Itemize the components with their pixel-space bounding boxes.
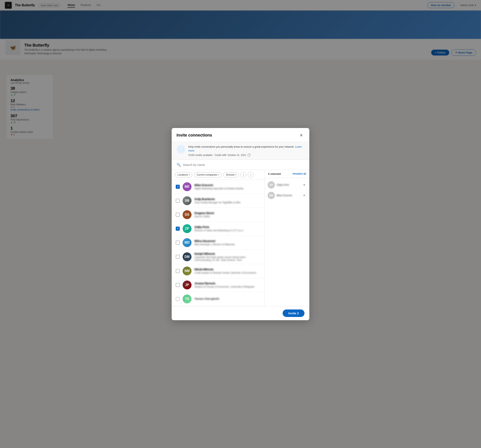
modal-footer: Invite 2 xyxy=(172,306,309,320)
list-item[interactable]: DS Dragana Skoric Dancer (1985) xyxy=(172,208,265,222)
person-name: Zeljka Peric xyxy=(194,225,261,229)
avatar: JP xyxy=(183,281,192,289)
checkbox-nikola[interactable] xyxy=(176,269,180,273)
list-item[interactable]: TS Tamara Starogbolic xyxy=(172,292,265,306)
credits-help-icon[interactable]: ? xyxy=(247,153,251,157)
list-item[interactable]: ZP Zeljka Peric Director of Sales and Ma… xyxy=(172,222,265,236)
person-name: Dragana Skoric xyxy=(194,212,261,215)
modal-left-panel: Locations ▾ Current companies ▾ Schools … xyxy=(172,170,265,306)
search-bar: 🔍 xyxy=(172,160,309,170)
locations-label: Locations xyxy=(178,173,188,176)
person-name: Milan Eracovic xyxy=(194,183,261,187)
checkbox-milan[interactable] xyxy=(176,185,180,189)
notice-envelope-icon: ✉️ xyxy=(177,145,185,154)
avatar: DS xyxy=(183,210,192,219)
locations-filter-chip[interactable]: Locations ▾ xyxy=(175,172,192,177)
notice-text: Only invite connections you personally k… xyxy=(188,145,304,153)
invite-button[interactable]: Invite 2 xyxy=(283,310,304,317)
person-name: Tamara Starogbolic xyxy=(194,297,261,300)
avatar: ZP xyxy=(183,224,192,233)
schools-filter-chip[interactable]: Schools ▾ xyxy=(223,172,239,177)
notice-banner: ✉️ Only invite connections you personall… xyxy=(172,142,309,160)
selected-item: ZP Zeljka Peric ✕ xyxy=(265,180,309,190)
unselect-all-button[interactable]: Unselect all xyxy=(293,172,306,175)
avatar: DM xyxy=(183,252,192,261)
locations-arrow-icon: ▾ xyxy=(189,174,190,176)
person-title: copywriter that helps geeks sound natura… xyxy=(194,256,261,261)
selected-item: ME Milan Eracovic ✕ xyxy=(265,190,309,201)
remove-milan-button[interactable]: ✕ xyxy=(302,193,307,198)
learn-more-link[interactable]: Learn more xyxy=(188,145,302,152)
modal-close-button[interactable]: ✕ xyxy=(298,132,304,138)
person-title: Dancer (1985) xyxy=(194,215,261,218)
person-name: Milica Dacarovic xyxy=(194,239,261,243)
checkbox-tamara[interactable] xyxy=(176,297,180,301)
invite-connections-modal: Invite connections ✕ ✉️ Only invite conn… xyxy=(172,128,309,320)
connection-list: ME Milan Eracovic Digital Marketing Spec… xyxy=(172,180,265,306)
avatar: ME xyxy=(183,182,192,191)
avatar: NM xyxy=(183,266,192,275)
modal-title: Invite connections xyxy=(177,133,212,137)
checkbox-jovana[interactable] xyxy=(176,283,180,287)
person-name: Nikola Mitrovic xyxy=(194,268,261,271)
selected-avatar: ME xyxy=(268,192,275,199)
selected-count: 2 selected xyxy=(268,172,281,175)
schools-arrow-icon: ▾ xyxy=(235,174,236,176)
avatar: MD xyxy=(183,238,192,247)
modal-body: Locations ▾ Current companies ▾ Schools … xyxy=(172,170,309,306)
list-item[interactable]: DM Danijel Milisevic copywriter that hel… xyxy=(172,250,265,264)
person-title: Director of Sales and Marketing at V.I.P… xyxy=(194,229,261,232)
list-item[interactable]: NM Nikola Mitrovic Credit analyst at Ste… xyxy=(172,264,265,278)
avatar: TS xyxy=(183,295,192,304)
selected-list: ZP Zeljka Peric ✕ ME Milan Eracovic ✕ xyxy=(265,178,309,306)
modal-overlay[interactable]: Invite connections ✕ ✉️ Only invite conn… xyxy=(0,0,481,448)
checkbox-milica[interactable] xyxy=(176,241,180,245)
person-name: Srdja Brankovic xyxy=(194,197,261,201)
search-input[interactable] xyxy=(183,163,304,167)
person-title: Area Facility Manager for FlightBBo at r… xyxy=(194,201,261,204)
filter-bar: Locations ▾ Current companies ▾ Schools … xyxy=(172,170,265,180)
schools-label: Schools xyxy=(226,173,235,176)
modal-header: Invite connections ✕ xyxy=(172,128,309,142)
selected-header: 2 selected Unselect all xyxy=(265,170,309,178)
companies-filter-chip[interactable]: Current companies ▾ xyxy=(194,172,221,177)
filter-next-button[interactable]: › xyxy=(248,172,254,178)
selected-avatar: ZP xyxy=(268,181,275,189)
credits-info: 3/100 credits available · Credit refill:… xyxy=(188,153,304,157)
person-title: Student at Faculty of Economics, Univers… xyxy=(194,285,261,288)
person-name: Jovana Pjevovic xyxy=(194,282,261,285)
search-icon: 🔍 xyxy=(177,163,181,167)
person-title: Credit analyst at Sterbark Serbia | Bach… xyxy=(194,271,261,274)
list-item[interactable]: JP Jovana Pjevovic Student at Faculty of… xyxy=(172,278,265,292)
list-item[interactable]: MD Milica Dacarovic Web developer | Dire… xyxy=(172,236,265,250)
companies-label: Current companies xyxy=(196,173,217,176)
person-title: Web developer | Director at Wakunda xyxy=(194,243,261,246)
selected-panel: 2 selected Unselect all ZP Zeljka Peric … xyxy=(265,170,309,306)
filter-prev-button[interactable]: ‹ xyxy=(240,172,246,178)
checkbox-danijel[interactable] xyxy=(176,255,180,259)
list-item[interactable]: SB Srdja Brankovic Area Facility Manager… xyxy=(172,194,265,208)
selected-name: Milan Eracovic xyxy=(277,194,301,197)
companies-arrow-icon: ▾ xyxy=(218,174,219,176)
selected-name: Zeljka Peric xyxy=(277,183,301,186)
list-item[interactable]: ME Milan Eracovic Digital Marketing Spec… xyxy=(172,180,265,194)
checkbox-dragana[interactable] xyxy=(176,213,180,217)
checkbox-zeljka[interactable] xyxy=(176,227,180,231)
remove-zeljka-button[interactable]: ✕ xyxy=(302,183,307,187)
avatar: SB xyxy=(183,196,192,205)
checkbox-srdja[interactable] xyxy=(176,199,180,203)
person-name: Danijel Milisevic xyxy=(194,252,261,255)
person-title: Digital Marketing Specialist at Direktna… xyxy=(194,187,261,190)
